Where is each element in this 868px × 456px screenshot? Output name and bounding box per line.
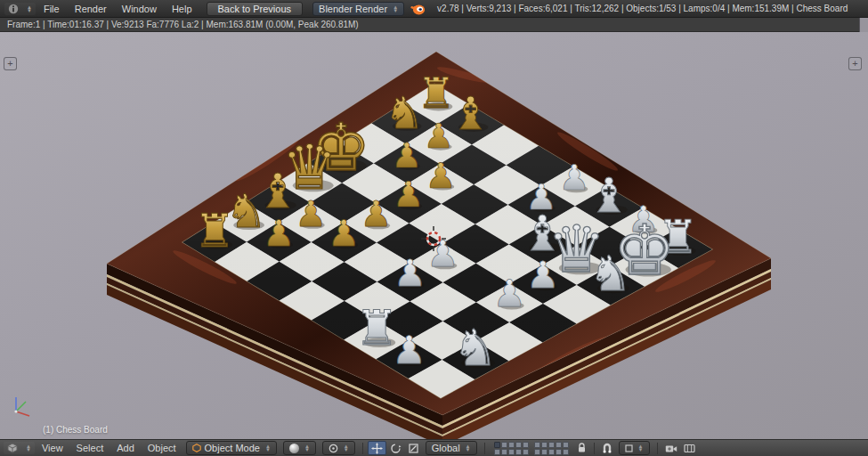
- manipulator-translate-button[interactable]: [368, 441, 386, 455]
- menu-select[interactable]: Select: [70, 443, 110, 453]
- object-mode-cube-icon: [192, 444, 201, 452]
- layer-toggle-4[interactable]: [515, 442, 522, 448]
- editor-type-button[interactable]: ▲▼: [4, 3, 36, 15]
- dropdown-arrows-icon: ▲▼: [393, 5, 398, 12]
- menu-add[interactable]: Add: [110, 443, 141, 453]
- render-engine-select[interactable]: Blender Render ▲▼: [312, 2, 404, 16]
- render-camera-icon: [665, 444, 677, 453]
- layer-toggle-1[interactable]: [494, 442, 500, 448]
- snap-element-select[interactable]: ▲▼: [619, 441, 650, 455]
- 3d-viewport[interactable]: [0, 32, 868, 439]
- rotate-manipulator-icon: [390, 443, 402, 454]
- dropdown-arrows-icon: ▲▼: [27, 5, 32, 12]
- orientation-value: Global: [432, 443, 460, 453]
- layer-toggle-17[interactable]: [541, 449, 548, 455]
- opengl-render-anim-button[interactable]: [681, 441, 698, 455]
- blender-window: ♜♞♝♟♚♟♛♟♟♝♟♟♝♞♟♟♟♟♜♟♝♜♟♛♚♟♟♞♟♜♟♞ + + (1)…: [0, 0, 868, 456]
- layer-toggle-19[interactable]: [556, 449, 562, 455]
- layer-toggle-12[interactable]: [541, 442, 548, 448]
- opengl-render-button[interactable]: [662, 441, 680, 455]
- lock-to-scene-button[interactable]: [574, 441, 589, 455]
- blender-logo-icon: [410, 3, 426, 15]
- menu-object[interactable]: Object: [142, 443, 183, 453]
- shading-sphere-icon: [289, 444, 299, 453]
- mode-value: Object Mode: [205, 443, 260, 453]
- viewport-shading-select[interactable]: ▲▼: [283, 441, 316, 455]
- layer-toggle-18[interactable]: [548, 449, 555, 455]
- layer-toggle-2[interactable]: [501, 442, 507, 448]
- dropdown-arrows-icon: ▲▼: [638, 444, 644, 452]
- layer-toggle-6[interactable]: [494, 449, 500, 455]
- divider: [657, 443, 658, 454]
- layer-toggle-10[interactable]: [523, 449, 529, 455]
- layer-toggle-16[interactable]: [534, 449, 540, 455]
- info-header: ▲▼ File Render Window Help Back to Previ…: [0, 0, 868, 18]
- render-animation-icon: [684, 444, 695, 453]
- render-info-bar: Frame:1 | Time:01:16.37 | Ve:9213 Fa:777…: [0, 18, 859, 32]
- dropdown-arrows-icon: ▲▼: [265, 444, 271, 452]
- layer-toggle-14[interactable]: [556, 442, 562, 448]
- dropdown-arrows-icon: ▲▼: [344, 444, 349, 452]
- dropdown-arrows-icon: ▲▼: [304, 444, 310, 452]
- snap-toggle-button[interactable]: [599, 441, 615, 455]
- snap-element-cube-icon: [625, 444, 633, 452]
- dropdown-arrows-icon: ▲▼: [466, 444, 471, 452]
- menu-render[interactable]: Render: [68, 4, 114, 14]
- back-to-previous-button[interactable]: Back to Previous: [207, 2, 304, 16]
- menu-view[interactable]: View: [36, 443, 69, 453]
- translate-manipulator-icon: [371, 443, 383, 454]
- snap-magnet-icon: [602, 443, 612, 453]
- render-engine-value: Blender Render: [319, 4, 387, 14]
- layer-toggle-13[interactable]: [548, 442, 555, 448]
- region-corner-widget[interactable]: [859, 18, 868, 32]
- render-stats: Frame:1 | Time:01:16.37 | Ve:9213 Fa:777…: [7, 20, 359, 29]
- properties-expand-button[interactable]: +: [848, 57, 862, 70]
- menu-file[interactable]: File: [37, 4, 67, 14]
- scene-stats: v2.78 | Verts:9,213 | Faces:6,021 | Tris…: [437, 4, 848, 13]
- layer-toggle-11[interactable]: [534, 442, 540, 448]
- layer-toggle-3[interactable]: [508, 442, 515, 448]
- manipulator-rotate-button[interactable]: [387, 441, 404, 455]
- viewport-header: ▲▼ View Select Add Object Object Mode ▲▼…: [0, 439, 868, 456]
- manipulator-scale-button[interactable]: [405, 441, 422, 455]
- menu-help[interactable]: Help: [165, 4, 199, 14]
- divider: [362, 443, 363, 454]
- pivot-center-select[interactable]: ▲▼: [322, 441, 355, 455]
- pivot-center-icon: [329, 444, 338, 453]
- layer-toggle-9[interactable]: [515, 449, 522, 455]
- viewport-editor-type-button[interactable]: ▲▼: [4, 442, 35, 454]
- 3d-viewport-editor-icon: [7, 443, 18, 453]
- layer-toggle-20[interactable]: [563, 449, 569, 455]
- info-editor-icon: [8, 4, 19, 14]
- layer-toggle-7[interactable]: [501, 449, 507, 455]
- transform-orientation-select[interactable]: Global ▲▼: [426, 441, 477, 455]
- divider: [484, 443, 485, 454]
- layer-toggle-15[interactable]: [563, 442, 569, 448]
- lock-icon: [577, 443, 587, 453]
- layers-widget: [494, 442, 569, 455]
- menu-window[interactable]: Window: [115, 4, 164, 14]
- dropdown-arrows-icon: ▲▼: [26, 444, 31, 452]
- scale-manipulator-icon: [408, 443, 419, 454]
- mode-select[interactable]: Object Mode ▲▼: [186, 441, 277, 455]
- divider: [594, 443, 595, 454]
- view-name-label: (1) Chess Board: [43, 425, 108, 435]
- toolshelf-expand-button[interactable]: +: [4, 57, 17, 70]
- layer-toggle-8[interactable]: [508, 449, 515, 455]
- layer-toggle-5[interactable]: [523, 442, 529, 448]
